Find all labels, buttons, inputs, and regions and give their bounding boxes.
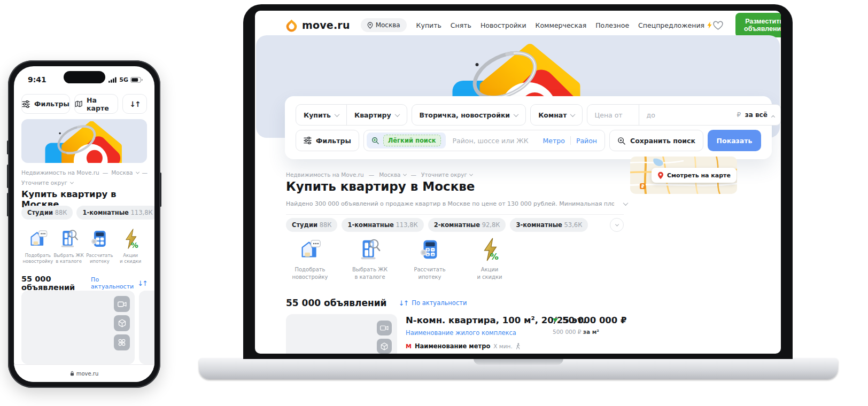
show-results-button[interactable]: Показать: [708, 130, 761, 151]
listing-title[interactable]: N-комн. квартира, 100 м², 20/25 эт.: [406, 315, 547, 325]
quick-link-newbuilding[interactable]: Подобратьновостройку: [286, 237, 334, 280]
divider: [286, 214, 624, 215]
chip-3room[interactable]: 3-комнатные 53,6К: [510, 218, 588, 232]
map-preview[interactable]: ₽ Смотреть на карте: [630, 157, 737, 194]
save-search-button[interactable]: Сохранить поиск: [609, 130, 703, 151]
metro-link[interactable]: Метро: [543, 137, 565, 145]
breadcrumb: Недвижимость на Move.ru — Москва — Уточн…: [286, 171, 472, 178]
media-badges: [377, 321, 392, 354]
nav-rent[interactable]: Снять: [451, 21, 471, 29]
view-on-map-button[interactable]: Смотреть на карте: [652, 168, 737, 183]
on-map-button[interactable]: На карте: [74, 94, 118, 114]
quick-links: Подобратьновостройку Выбрать ЖКв каталог…: [286, 237, 514, 280]
property-type-value: Квартиру: [354, 111, 391, 119]
breadcrumb-city[interactable]: Москва: [379, 171, 406, 178]
svg-text:+: +: [426, 247, 429, 252]
post-listing-button[interactable]: Разместить объявление: [735, 13, 781, 37]
3d-cube-icon[interactable]: [114, 315, 130, 331]
nav-useful[interactable]: Полезное: [595, 21, 629, 29]
price-range-group: ₽ за всё: [587, 104, 781, 126]
drone-icon[interactable]: [114, 334, 130, 350]
deal-type-dropdown[interactable]: Купить: [296, 105, 346, 125]
quick-link-mortgage[interactable]: + − × = Рассчитатьипотеку: [406, 237, 454, 280]
calculator-icon: + − × =: [417, 237, 442, 262]
listing-cards: [21, 291, 154, 364]
search-panel: Купить Квартиру Вторичка, новостройки: [285, 96, 772, 159]
sort-button[interactable]: ↓↑: [122, 94, 147, 114]
search-field: Лёгкий поиск Метро Район: [363, 130, 605, 151]
room-filter-chips: Студии 88К 1-комнатные 113,8К 2-комнатны…: [21, 206, 154, 220]
map-pin-icon: [657, 171, 664, 179]
svg-text:%: %: [490, 252, 498, 262]
svg-text:×: ×: [426, 253, 429, 257]
svg-text:%: %: [131, 241, 138, 249]
listing-card[interactable]: N-комн. квартира, 100 м², 20/25 эт. Наим…: [286, 314, 547, 354]
filters-button[interactable]: Фильтры: [21, 94, 70, 114]
price-mode-toggle[interactable]: ₽ за всё: [737, 111, 780, 119]
chip-1room[interactable]: 1-комнатные 113,8К: [342, 218, 423, 232]
more-chips-button[interactable]: [610, 218, 624, 232]
property-type-dropdown[interactable]: Квартиру: [346, 105, 407, 125]
rooms-dropdown[interactable]: Комнат: [530, 104, 583, 126]
sort-control[interactable]: По актуальности ↓↑: [91, 276, 147, 290]
breadcrumb-district[interactable]: Уточните округ: [421, 171, 472, 178]
logo[interactable]: move.ru: [285, 19, 350, 32]
chip-1room[interactable]: 1-комнатные 113,8К: [76, 206, 154, 220]
keychain-logo-illustration: [42, 121, 122, 163]
sort-control[interactable]: ↓↑ По актуальности: [399, 299, 467, 307]
quick-link-promo[interactable]: % Акциии скидки: [466, 237, 514, 280]
nav-special-offers[interactable]: Спецпредложения: [638, 21, 712, 29]
logo-house-icon: [285, 19, 298, 32]
quick-link-newbuilding[interactable]: Подобратьновостройку: [22, 228, 53, 265]
nav-commercial[interactable]: Коммерческая: [536, 21, 587, 29]
chip-2room[interactable]: 2-комнатные 92,8К: [428, 218, 506, 232]
listing-photo-placeholder[interactable]: [21, 291, 135, 364]
chip-studio[interactable]: Студии 88К: [21, 206, 73, 220]
phone-volume-down: [7, 193, 9, 216]
market-dropdown[interactable]: Вторичка, новостройки: [412, 104, 526, 126]
breadcrumb-district-label: Уточните округ: [421, 171, 467, 178]
quick-link-mortgage[interactable]: Рассчитатьипотеку: [84, 228, 115, 265]
price-to-input[interactable]: [639, 105, 737, 125]
video-icon[interactable]: [377, 321, 392, 335]
breadcrumb-district[interactable]: Уточните округ: [21, 178, 67, 188]
quick-link-catalog[interactable]: Выбрать ЖКв каталоге: [346, 237, 394, 280]
site-header: move.ru Москва Купить Снять Новостройки …: [285, 15, 763, 35]
quick-link-catalog[interactable]: Выбрать ЖКв каталоге: [53, 228, 84, 265]
listing-photo-placeholder[interactable]: [286, 314, 397, 354]
breadcrumb-root[interactable]: Недвижимость на Move.ru: [286, 171, 364, 178]
market-value: Вторичка, новостройки: [420, 111, 510, 119]
breadcrumb-root[interactable]: Недвижимость на Move.ru: [21, 168, 99, 178]
3d-cube-icon[interactable]: [377, 339, 392, 354]
next-listing-photo-placeholder[interactable]: [139, 291, 154, 364]
room-filter-chips: Студии 88К 1-комнатные 113,8К 2-комнатны…: [286, 218, 588, 232]
location-search-input[interactable]: [446, 130, 543, 151]
nav-newbuildings[interactable]: Новостройки: [480, 21, 526, 29]
city-selector[interactable]: Москва: [361, 18, 407, 32]
seo-description: Найдено 300 000 объявлений о продаже ква…: [286, 200, 614, 207]
laptop-base: [199, 358, 838, 379]
nav-buy[interactable]: Купить: [416, 21, 441, 29]
on-map-button-label: На карте: [87, 96, 118, 112]
lightning-percent-icon: %: [477, 237, 502, 262]
chip-studio[interactable]: Студии 88К: [286, 218, 337, 232]
map-icon: [75, 100, 82, 108]
breadcrumb-city[interactable]: Москва: [111, 168, 133, 178]
filters-button-label: Фильтры: [34, 100, 69, 108]
video-icon[interactable]: [114, 296, 130, 312]
laptop-screen: move.ru Москва Купить Снять Новостройки …: [255, 11, 781, 354]
quick-link-promo[interactable]: % Акциии скидки: [115, 228, 146, 265]
browser-address-bar[interactable]: move.ru: [14, 364, 154, 382]
price-from-input[interactable]: [587, 105, 639, 125]
calculator-icon: [89, 228, 110, 249]
filters-button[interactable]: Фильтры: [296, 130, 359, 151]
easy-search-chip[interactable]: Лёгкий поиск: [367, 132, 446, 149]
favorites-heart-icon[interactable]: [712, 20, 724, 30]
breadcrumb-separator: —: [369, 171, 375, 178]
expand-description-chevron-icon[interactable]: [623, 200, 629, 206]
price-mode-value: за всё: [745, 111, 768, 119]
status-network: 5G: [108, 76, 143, 83]
search-row-primary: Купить Квартиру Вторичка, новостройки: [296, 104, 761, 126]
listing-complex-link[interactable]: Наименование жилого комплекса: [406, 329, 547, 337]
district-link[interactable]: Район: [576, 137, 597, 145]
